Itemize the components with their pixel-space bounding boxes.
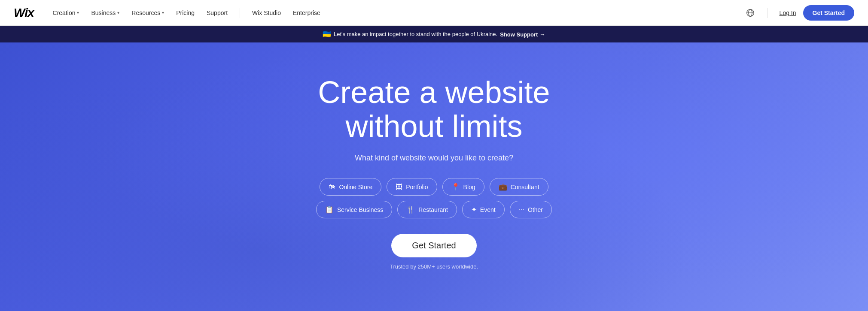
consultant-icon: 💼 <box>499 183 507 191</box>
service-business-icon: 📋 <box>325 205 334 214</box>
nav-item-support[interactable]: Support <box>201 6 233 20</box>
category-blog[interactable]: 📍 Blog <box>442 178 484 196</box>
ukraine-flag-icon: 🇺🇦 <box>323 30 331 38</box>
category-service-business[interactable]: 📋 Service Business <box>316 201 392 218</box>
category-event[interactable]: ✦ Event <box>462 201 505 218</box>
event-icon: ✦ <box>471 205 477 214</box>
category-row-2: 📋 Service Business 🍴 Restaurant ✦ Event … <box>316 201 552 218</box>
nav-right: Log In Get Started <box>746 5 854 21</box>
nav-links: Creation ▾ Business ▾ Resources ▾ Pricin… <box>48 6 746 20</box>
blog-icon: 📍 <box>451 183 460 191</box>
banner-text: Let's make an impact together to stand w… <box>334 31 497 37</box>
other-icon: ··· <box>519 206 524 214</box>
nav-item-resources[interactable]: Resources ▾ <box>126 6 169 20</box>
chevron-down-icon: ▾ <box>77 10 79 15</box>
arrow-icon: → <box>539 31 545 38</box>
nav-get-started-button[interactable]: Get Started <box>803 5 854 21</box>
nav-separator <box>240 8 240 18</box>
wix-logo[interactable]: Wix <box>14 6 34 20</box>
online-store-icon: 🛍 <box>329 183 335 191</box>
nav-item-enterprise[interactable]: Enterprise <box>288 6 326 20</box>
show-support-link[interactable]: Show Support → <box>500 31 545 38</box>
category-other[interactable]: ··· Other <box>510 201 552 218</box>
nav-item-creation[interactable]: Creation ▾ <box>48 6 85 20</box>
portfolio-icon: 🖼 <box>396 183 402 191</box>
nav-item-business[interactable]: Business ▾ <box>86 6 125 20</box>
category-online-store[interactable]: 🛍 Online Store <box>320 178 381 196</box>
hero-subtitle: What kind of website would you like to c… <box>355 154 513 163</box>
category-restaurant[interactable]: 🍴 Restaurant <box>397 201 457 218</box>
category-consultant[interactable]: 💼 Consultant <box>490 178 548 196</box>
category-portfolio[interactable]: 🖼 Portfolio <box>387 178 437 196</box>
category-row-1: 🛍 Online Store 🖼 Portfolio 📍 Blog 💼 Cons… <box>320 178 548 196</box>
hero-section: Create a website without limits What kin… <box>0 0 868 311</box>
nav-separator-right <box>767 8 767 18</box>
navbar: Wix Creation ▾ Business ▾ Resources ▾ Pr… <box>0 0 868 26</box>
hero-title: Create a website without limits <box>284 75 585 143</box>
nav-item-pricing[interactable]: Pricing <box>171 6 200 20</box>
login-link[interactable]: Log In <box>780 9 796 16</box>
hero-get-started-button[interactable]: Get Started <box>391 234 476 257</box>
ukraine-banner: 🇺🇦 Let's make an impact together to stan… <box>0 26 868 42</box>
chevron-down-icon: ▾ <box>162 10 164 15</box>
globe-icon[interactable] <box>746 8 755 18</box>
trusted-text: Trusted by 250M+ users worldwide. <box>390 263 478 270</box>
chevron-down-icon: ▾ <box>117 10 119 15</box>
nav-item-wix-studio[interactable]: Wix Studio <box>247 6 286 20</box>
restaurant-icon: 🍴 <box>406 205 415 214</box>
